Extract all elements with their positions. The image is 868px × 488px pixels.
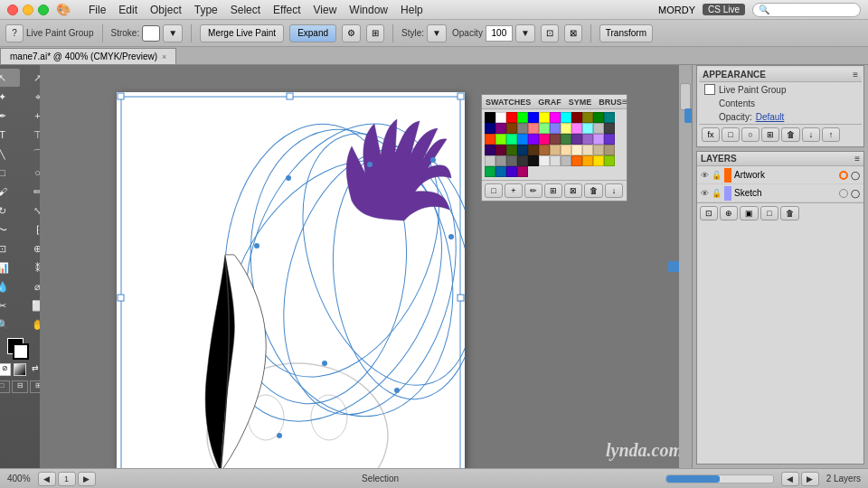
drawing-mode[interactable]: ⊟ [12,380,28,393]
selection-tool[interactable]: ↖ [0,69,20,87]
menu-file[interactable]: File [89,4,106,16]
swatch-cell[interactable] [550,112,561,123]
swatch-cell[interactable] [506,166,517,177]
fx-button[interactable]: fx [702,127,720,142]
opacity-more[interactable]: ⊠ [564,24,582,42]
swatch-cell[interactable] [550,123,561,134]
swatches-menu-icon[interactable]: ≡ [622,97,627,107]
expand-button[interactable]: Expand [289,24,336,42]
free-transform-tool[interactable]: ⊡ [0,239,20,258]
question-button[interactable]: ? [5,24,24,42]
swatch-cell[interactable] [539,134,550,145]
appearance-more[interactable]: ↑ [822,127,840,142]
eyedropper-tool[interactable]: 💧 [0,277,20,296]
tab-brus[interactable]: BRUS [599,98,622,107]
swatch-edit[interactable]: ✏ [524,183,542,198]
layer-row-sketch[interactable]: 👁 🔓 Sketch ◯ [697,184,863,202]
swatch-cell[interactable] [517,134,528,145]
layer-move-selection[interactable]: ▣ [740,206,759,221]
resize-button[interactable]: ⊞ [366,24,384,42]
scrollbar-thumb[interactable] [680,83,691,110]
swatch-cell[interactable] [550,145,561,155]
swatch-cell[interactable] [539,112,550,123]
stroke-dropdown[interactable]: ▼ [163,24,183,42]
layer-eye-artwork[interactable]: 👁 [701,171,709,180]
appearance-new-fill[interactable]: □ [722,127,740,142]
swatch-cell[interactable] [582,155,593,166]
swatch-cell[interactable] [495,112,506,123]
swatch-cell[interactable] [582,134,593,145]
swatch-unlink[interactable]: ⊠ [564,183,582,198]
normal-mode[interactable]: □ [0,380,10,393]
layer-create-sublayer[interactable]: ⊕ [720,206,738,221]
menu-window[interactable]: Window [349,4,388,16]
transform-button[interactable]: Transform [599,24,653,42]
layer-target-sketch[interactable] [839,189,848,198]
swatch-cell[interactable] [539,155,550,166]
swatch-cell[interactable] [582,123,593,134]
gradient-swatch[interactable] [14,363,26,376]
menu-type[interactable]: Type [194,4,218,16]
swatch-cell[interactable] [495,123,506,134]
swatch-cell[interactable] [561,123,571,134]
swatch-new-color[interactable]: + [505,183,523,198]
swatch-cell[interactable] [485,155,495,166]
swatch-cell[interactable] [485,123,495,134]
expand-options-button[interactable]: ⚙ [342,24,361,42]
close-button[interactable] [7,5,18,15]
menu-view[interactable]: View [314,4,337,16]
layer-lock-sketch[interactable]: 🔓 [712,189,722,198]
swatch-cell[interactable] [571,134,582,145]
zoom-tool[interactable]: 🔍 [0,315,20,333]
swatch-new-color-group[interactable]: □ [485,183,503,198]
swatch-cell[interactable] [485,166,495,177]
pen-tool[interactable]: ✒ [0,107,20,125]
swatch-cell[interactable] [495,145,506,155]
layer-new[interactable]: □ [760,206,778,221]
swatch-cell[interactable] [582,112,593,123]
menu-select[interactable]: Select [231,4,260,16]
line-tool[interactable]: ╲ [0,145,20,163]
opacity-input[interactable] [486,25,513,42]
appearance-menu[interactable]: ≡ [853,70,858,80]
swatch-cell[interactable] [506,155,517,166]
swatch-cell[interactable] [517,123,528,134]
swatch-cell[interactable] [604,134,615,145]
swatch-cell[interactable] [495,166,506,177]
swatch-cell[interactable] [495,134,506,145]
swatch-cell[interactable] [517,145,528,155]
swatch-cell[interactable] [604,123,615,134]
layer-target-artwork[interactable] [839,171,848,180]
layer-move-clip[interactable]: ⊡ [700,206,718,221]
tab-graf[interactable]: GRAF [538,98,561,107]
appearance-opacity-value[interactable]: Default [756,112,785,122]
swatch-cell[interactable] [539,123,550,134]
swatch-cell[interactable] [506,123,517,134]
swatch-cell[interactable] [528,145,539,155]
layer-row-artwork[interactable]: 👁 🔓 Artwork ◯ [697,166,863,184]
swatch-cell[interactable] [528,112,539,123]
swatch-cell[interactable] [485,145,495,155]
swatch-cell[interactable] [582,145,593,155]
layer-lock-artwork[interactable]: 🔓 [712,171,722,180]
doc-tab-close[interactable]: × [162,52,166,61]
swatch-cell[interactable] [571,112,582,123]
opacity-dropdown[interactable]: ▼ [515,24,535,42]
swatch-options[interactable]: ↓ [605,183,623,198]
swatch-cell[interactable] [561,134,571,145]
swatch-cell[interactable] [517,112,528,123]
swatch-cell[interactable] [604,145,615,155]
layers-menu[interactable]: ≡ [854,154,860,164]
warp-tool[interactable]: 〜 [0,221,20,239]
appearance-delete[interactable]: 🗑 [781,127,800,142]
nav-back[interactable]: ◀ [781,472,799,486]
zoom-page[interactable]: 1 [58,472,76,486]
canvas-area[interactable]: SWATCHES GRAF SYME BRUS ≡ □ + ✏ ⊞ ⊠ 🗑 ↓ [40,65,692,468]
cs-live-button[interactable]: CS Live [703,4,745,15]
type-tool[interactable]: T [0,126,20,144]
swatch-cell[interactable] [593,155,604,166]
stroke-color[interactable] [142,25,160,42]
swatch-cell[interactable] [593,123,604,134]
tab-swatches[interactable]: SWATCHES [486,98,531,107]
menu-edit[interactable]: Edit [118,4,137,16]
